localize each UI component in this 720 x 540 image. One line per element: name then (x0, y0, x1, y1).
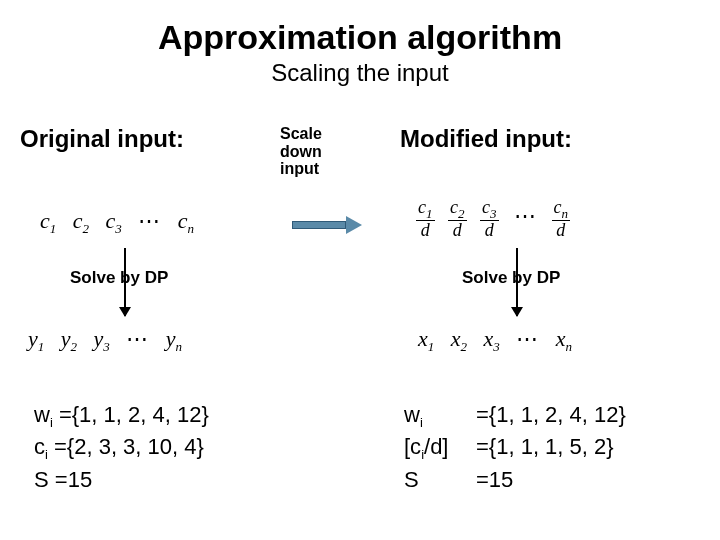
w-row-left: wi ={1, 1, 2, 4, 12} (34, 402, 209, 430)
c-row-right: [ci/d]={1, 1, 1, 5, 2} (404, 434, 626, 462)
sequence-x: x1 x2 x3 ⋯ xn (418, 326, 572, 355)
w-row-right: wi={1, 1, 2, 4, 12} (404, 402, 626, 430)
c-row-left: ci ={2, 3, 3, 10, 4} (34, 434, 209, 462)
arrow-down-left-icon (124, 248, 126, 316)
headers-row: Original input: Scale down input Modifie… (0, 125, 720, 178)
arrow-down-right-icon (516, 248, 518, 316)
sequence-c-original: c1 c2 c3 ⋯ cn (40, 208, 194, 237)
scale-l2: down (280, 143, 322, 160)
modified-input-header: Modified input: (400, 125, 572, 153)
sequence-y: y1 y2 y3 ⋯ yn (28, 326, 182, 355)
slide-subtitle: Scaling the input (0, 59, 720, 87)
original-input-header: Original input: (20, 125, 280, 153)
arrow-right-icon (292, 218, 362, 232)
s-row-right: S=15 (404, 467, 626, 493)
scale-l1: Scale (280, 125, 322, 142)
sequence-c-over-d: c1d c2d c3d ⋯ cnd (412, 198, 574, 239)
slide-title: Approximation algorithm (0, 18, 720, 57)
values-right: wi={1, 1, 2, 4, 12} [ci/d]={1, 1, 1, 5, … (404, 402, 626, 497)
solve-by-dp-left: Solve by DP (70, 268, 168, 288)
values-left: wi ={1, 1, 2, 4, 12} ci ={2, 3, 3, 10, 4… (34, 402, 209, 497)
s-row-left: S =15 (34, 467, 209, 493)
scale-l3: input (280, 160, 319, 177)
solve-by-dp-right: Solve by DP (462, 268, 560, 288)
scale-down-label: Scale down input (280, 125, 360, 178)
